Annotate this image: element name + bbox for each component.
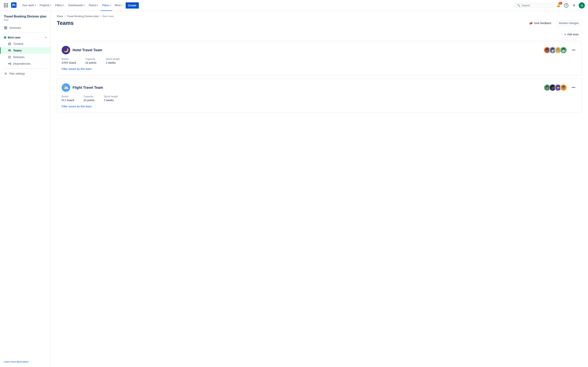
search-icon: 🔍 — [517, 4, 520, 7]
nav-plans[interactable]: Plans ▾ — [101, 0, 112, 11]
dependencies-icon — [8, 62, 11, 66]
hotel-board-meta: Board STAY board — [62, 58, 76, 64]
hotel-filter-link[interactable]: Filter issues by this team — [62, 67, 92, 70]
main-content: Plans / Travel Booking Division plan / B… — [51, 11, 588, 367]
hotel-team-more-button[interactable]: ••• — [570, 47, 577, 53]
chevron-down-icon: ▾ — [110, 4, 111, 6]
summary-icon — [4, 26, 7, 30]
breadcrumb-separator-2: / — [100, 15, 101, 18]
sidebar: Travel Booking Division plan Plan Summar… — [0, 11, 51, 367]
sidebar-item-dependencies[interactable]: Dependencies — [0, 60, 50, 67]
page-title: Teams — [57, 20, 74, 26]
svg-point-5 — [8, 43, 11, 45]
sidebar-item-teams[interactable]: Teams — [0, 47, 50, 54]
megaphone-icon: 📣 — [529, 21, 533, 25]
flight-sprint-meta: Sprint length 2 weeks — [104, 95, 118, 102]
breadcrumb-current: Best case — [103, 15, 113, 18]
flight-team-members: 👩🏽 🧑🏿 👩🏻‍🦱 👨🏽 — [544, 84, 567, 91]
flight-board-meta: Board FLY board — [62, 95, 74, 102]
member-avatar: 👨🏻 — [560, 47, 567, 54]
chevron-down-icon: ▾ — [63, 4, 64, 6]
teams-icon — [8, 49, 11, 52]
notification-badge: 9+ — [559, 2, 562, 4]
search-box[interactable]: 🔍 — [515, 3, 554, 8]
breadcrumb: Plans / Travel Booking Division plan / B… — [57, 15, 582, 18]
svg-rect-1 — [4, 26, 5, 28]
nav-teams[interactable]: Teams ▾ — [87, 0, 100, 11]
breadcrumb-separator: / — [65, 15, 66, 18]
settings-icon: ⚙ — [4, 72, 7, 75]
team-card-hotel: 🌙 Hotel Travel Team 🧑🏾 👩🏻 👩🏼 👨🏻 ••• — [57, 41, 582, 75]
sidebar-item-summary[interactable]: Summary — [0, 25, 50, 31]
chevron-down-icon: ▾ — [84, 4, 85, 6]
member-avatar: 👨🏽 — [560, 84, 567, 91]
svg-point-14 — [10, 63, 11, 64]
svg-point-15 — [10, 64, 11, 65]
chevron-down-icon: ▾ — [45, 36, 46, 39]
nav-dashboards[interactable]: Dashboards ▾ — [67, 0, 86, 11]
team-card-header-hotel: 🌙 Hotel Travel Team 🧑🏾 👩🏻 👩🏼 👨🏻 ••• — [62, 46, 577, 54]
chevron-down-icon: ▾ — [121, 4, 122, 6]
hotel-capacity-meta: Capacity 24 points — [85, 58, 96, 64]
settings-button[interactable]: ⚙ — [571, 2, 577, 8]
flight-filter-link[interactable]: Filter issues by this team — [62, 105, 92, 108]
svg-line-17 — [9, 64, 10, 64]
flight-team-more-button[interactable]: ••• — [570, 85, 577, 91]
help-icon: ? — [564, 3, 568, 8]
svg-rect-3 — [4, 28, 5, 29]
create-button[interactable]: Create — [126, 2, 139, 8]
timeline-icon — [8, 42, 11, 46]
breadcrumb-plan-name[interactable]: Travel Booking Division plan — [67, 15, 99, 18]
nav-projects[interactable]: Projects ▾ — [38, 0, 53, 11]
nav-your-work[interactable]: Your work ▾ — [20, 0, 37, 11]
releases-icon — [8, 55, 11, 59]
flight-capacity-meta: Capacity 24 points — [83, 95, 95, 102]
help-button[interactable]: ? — [563, 2, 569, 8]
breadcrumb-plans[interactable]: Plans — [57, 15, 63, 18]
sidebar-group-best-case[interactable]: Best case ▾ — [0, 34, 50, 41]
team-title-hotel: 🌙 Hotel Travel Team — [62, 46, 102, 54]
page-header: Teams 📣 Give feedback Review changes — [57, 20, 582, 26]
chevron-down-icon: ▾ — [50, 4, 51, 6]
plus-icon: + — [564, 33, 566, 36]
sidebar-item-plan-settings[interactable]: ⚙ Plan settings — [0, 70, 50, 77]
svg-rect-2 — [6, 26, 7, 28]
sidebar-item-timeline[interactable]: Timeline — [0, 41, 50, 47]
user-avatar[interactable]: cj — [579, 2, 585, 8]
nav-filters[interactable]: Filters ▾ — [53, 0, 66, 11]
teams-list: 🌙 Hotel Travel Team 🧑🏾 👩🏻 👩🏼 👨🏻 ••• — [57, 41, 582, 113]
sidebar-footer: Learn more about plans — [0, 357, 50, 363]
learn-more-link[interactable]: Learn more about plans — [4, 360, 29, 363]
svg-rect-10 — [8, 56, 11, 58]
review-changes-button[interactable]: Review changes — [556, 20, 582, 26]
group-indicator — [4, 36, 6, 39]
notifications-button[interactable]: 🔔 9+ — [555, 2, 562, 8]
flight-team-meta: Board FLY board Capacity 24 points Sprin… — [62, 95, 577, 102]
sidebar-divider-2 — [3, 68, 47, 69]
give-feedback-button[interactable]: 📣 Give feedback — [527, 20, 554, 26]
sidebar-item-releases[interactable]: Releases — [0, 54, 50, 60]
search-input[interactable] — [521, 4, 552, 7]
gear-icon: ⚙ — [573, 3, 575, 7]
hotel-team-icon: 🌙 — [62, 46, 70, 54]
header-actions: 📣 Give feedback Review changes — [527, 20, 582, 26]
flight-team-icon: ⛅ — [62, 83, 70, 92]
svg-line-16 — [9, 63, 10, 64]
app-logo[interactable] — [11, 2, 17, 8]
nav-more[interactable]: More ▾ — [113, 0, 124, 11]
app-switcher[interactable] — [3, 2, 9, 8]
main-layout: Travel Booking Division plan Plan Summar… — [0, 11, 588, 367]
team-card-header-flight: ⛅ Flight Travel Team 👩🏽 🧑🏿 👩🏻‍🦱 👨🏽 ••• — [62, 83, 577, 92]
svg-point-9 — [10, 50, 10, 50]
hotel-sprint-meta: Sprint length 2 weeks — [106, 58, 120, 64]
add-team-button[interactable]: + Add team — [561, 31, 582, 38]
team-card-flight: ⛅ Flight Travel Team 👩🏽 🧑🏿 👩🏻‍🦱 👨🏽 ••• — [57, 78, 582, 113]
team-title-flight: ⛅ Flight Travel Team — [62, 83, 103, 92]
chevron-down-icon: ▾ — [35, 4, 36, 6]
chevron-down-icon: ▾ — [97, 4, 98, 6]
svg-point-13 — [8, 63, 9, 64]
svg-point-8 — [9, 50, 10, 50]
hotel-team-meta: Board STAY board Capacity 24 points Spri… — [62, 58, 577, 64]
hotel-team-members: 🧑🏾 👩🏻 👩🏼 👨🏻 — [544, 47, 567, 54]
svg-rect-4 — [6, 28, 7, 29]
